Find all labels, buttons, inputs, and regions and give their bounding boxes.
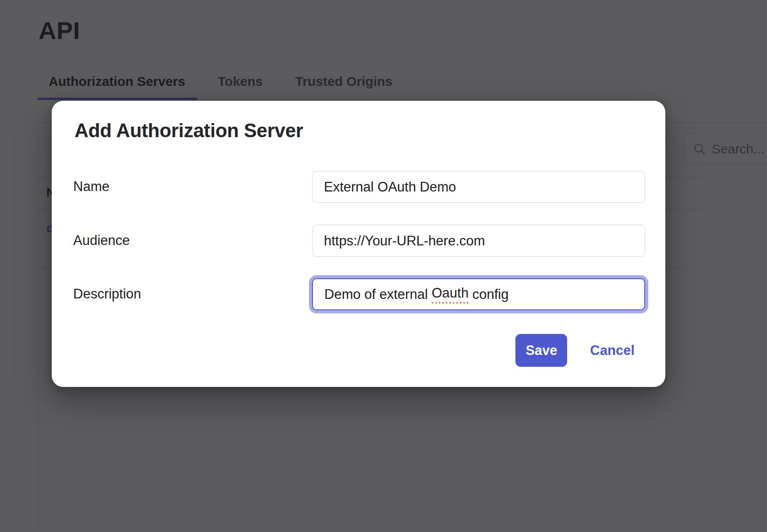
description-field[interactable]: Demo of external Oauth config [312,278,645,310]
audience-field[interactable] [312,225,645,257]
description-field-label: Description [73,278,312,302]
audience-field-row: Audience [73,225,645,257]
description-field-row: Description Demo of external Oauth confi… [73,278,645,310]
modal-title: Add Authorization Server [75,120,303,141]
add-authorization-server-modal: Add Authorization Server Name Audience D… [52,101,665,387]
modal-footer: Save Cancel [52,334,635,367]
description-text-after: config [469,287,508,302]
description-misspelled-word: Oauth [432,285,469,304]
api-settings-page: API Authorization Servers Tokens Trusted… [0,0,767,532]
save-button[interactable]: Save [515,334,567,367]
description-text: Demo of external [324,287,432,302]
cancel-button[interactable]: Cancel [590,343,635,358]
name-field-label: Name [73,171,312,195]
audience-field-label: Audience [73,225,312,248]
name-field-row: Name [73,171,645,203]
name-field[interactable] [312,171,645,203]
